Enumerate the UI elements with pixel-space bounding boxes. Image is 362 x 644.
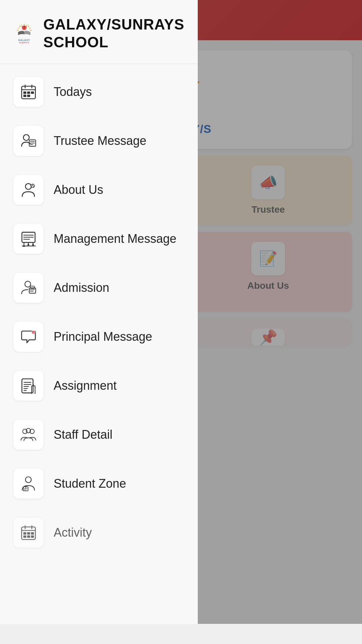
svg-text:SUNRAYS: SUNRAYS bbox=[19, 42, 29, 44]
drawer-item-principal[interactable]: 1 Principal Message bbox=[0, 312, 198, 361]
svg-point-71 bbox=[25, 183, 31, 189]
drawer-item-trustee-label: Trustee Message bbox=[54, 134, 146, 148]
drawer-item-activity[interactable]: Activity bbox=[0, 508, 198, 557]
svg-line-44 bbox=[28, 26, 28, 27]
drawer-item-student-icon bbox=[13, 469, 44, 499]
svg-rect-114 bbox=[27, 535, 30, 538]
drawer-item-activity-label: Activity bbox=[54, 526, 92, 540]
drawer-item-staff-icon bbox=[13, 420, 44, 450]
drawer-item-assignment-icon bbox=[13, 371, 44, 401]
svg-line-50 bbox=[29, 28, 30, 29]
drawer-item-staff[interactable]: Staff Detail bbox=[0, 410, 198, 459]
drawer-panel: GALAXY SUNRAYS GALAXY/SUNRAYS SCHOOL bbox=[0, 0, 198, 624]
drawer-school-name: GALAXY/SUNRAYS SCHOOL bbox=[43, 16, 184, 51]
drawer-item-todays-icon bbox=[13, 77, 44, 107]
svg-line-46 bbox=[19, 26, 20, 27]
svg-rect-115 bbox=[31, 535, 34, 538]
svg-point-82 bbox=[27, 244, 29, 246]
svg-text:GALAXY: GALAXY bbox=[18, 39, 30, 42]
svg-point-84 bbox=[25, 281, 31, 287]
drawer-item-about-label: About Us bbox=[54, 183, 103, 197]
svg-rect-62 bbox=[27, 92, 30, 94]
drawer-item-student[interactable]: Student Zone bbox=[0, 459, 198, 508]
svg-text:1: 1 bbox=[33, 331, 34, 334]
svg-point-83 bbox=[32, 244, 34, 246]
svg-rect-65 bbox=[27, 95, 30, 97]
drawer-item-management-icon bbox=[13, 224, 44, 254]
svg-point-66 bbox=[23, 135, 29, 140]
drawer-item-admission-icon bbox=[13, 273, 44, 303]
drawer-item-management-label: Management Message bbox=[54, 232, 176, 246]
svg-point-54 bbox=[23, 25, 25, 29]
drawer-item-staff-label: Staff Detail bbox=[54, 428, 112, 442]
drawer-item-trustee-icon bbox=[13, 126, 44, 156]
drawer-item-admission[interactable]: Admission bbox=[0, 263, 198, 312]
svg-point-81 bbox=[23, 245, 25, 247]
drawer-item-student-label: Student Zone bbox=[54, 477, 126, 491]
drawer-item-todays[interactable]: Todays bbox=[0, 67, 198, 116]
svg-line-45 bbox=[30, 30, 31, 31]
svg-rect-113 bbox=[23, 535, 26, 538]
drawer-item-assignment[interactable]: Assignment bbox=[0, 361, 198, 410]
svg-line-48 bbox=[26, 25, 27, 26]
drawer-header: GALAXY SUNRAYS GALAXY/SUNRAYS SCHOOL bbox=[0, 0, 198, 64]
drawer-item-todays-label: Todays bbox=[54, 85, 92, 99]
svg-point-102 bbox=[25, 477, 31, 482]
svg-rect-61 bbox=[23, 92, 26, 94]
drawer-menu: Todays Trustee Message bbox=[0, 64, 198, 624]
svg-rect-63 bbox=[31, 92, 34, 94]
svg-rect-112 bbox=[31, 532, 34, 535]
drawer-item-about-icon bbox=[13, 175, 44, 205]
drawer-item-management[interactable]: Management Message bbox=[0, 214, 198, 263]
svg-line-51 bbox=[18, 28, 19, 29]
svg-line-47 bbox=[17, 30, 18, 31]
svg-line-49 bbox=[21, 25, 22, 26]
drawer-item-activity-icon bbox=[13, 518, 44, 548]
drawer-item-assignment-label: Assignment bbox=[54, 379, 117, 393]
drawer-item-trustee[interactable]: Trustee Message bbox=[0, 116, 198, 165]
drawer-item-principal-label: Principal Message bbox=[54, 330, 152, 344]
drawer-item-principal-icon: 1 bbox=[13, 322, 44, 352]
svg-rect-64 bbox=[23, 95, 26, 97]
drawer-item-admission-label: Admission bbox=[54, 281, 109, 295]
svg-rect-111 bbox=[27, 532, 30, 535]
svg-rect-110 bbox=[23, 532, 26, 535]
drawer-item-about[interactable]: About Us bbox=[0, 165, 198, 214]
drawer-logo: GALAXY SUNRAYS bbox=[13, 13, 35, 54]
